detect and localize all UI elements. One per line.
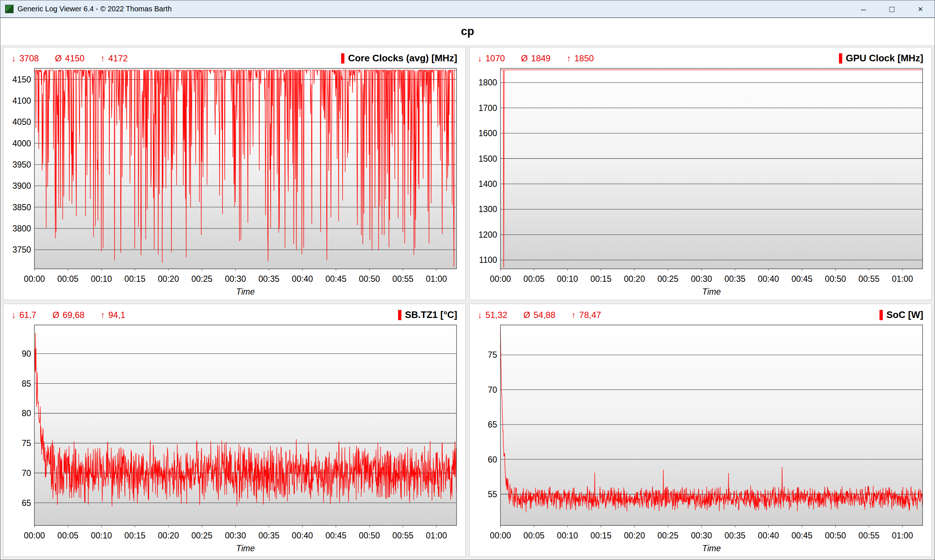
svg-text:Time: Time [236, 543, 255, 553]
svg-text:3950: 3950 [12, 160, 31, 169]
svg-text:1800: 1800 [479, 78, 497, 87]
chart-stats: ↓1070 Ø1849 ↑1850 [478, 53, 594, 63]
chart-title: Core Clocks (avg) [MHz] [348, 52, 457, 64]
svg-text:00:05: 00:05 [524, 531, 545, 540]
svg-text:01:00: 01:00 [892, 274, 913, 283]
close-button[interactable]: × [906, 0, 935, 17]
min-arrow-icon: ↓ [12, 53, 16, 63]
svg-text:00:05: 00:05 [524, 274, 545, 283]
stat-avg-value: 1849 [531, 53, 550, 63]
legend-color-bar [341, 53, 344, 63]
chart-gpu-clock[interactable]: 1100120013001400150016001700180000:0000:… [473, 65, 928, 299]
stat-avg: Ø4150 [55, 53, 85, 63]
svg-text:4150: 4150 [12, 75, 31, 84]
svg-text:3750: 3750 [12, 245, 31, 254]
stat-max-value: 78,47 [579, 310, 601, 320]
stat-min: ↓51,32 [478, 310, 507, 320]
svg-text:00:45: 00:45 [792, 274, 813, 283]
stat-min-value: 51,32 [485, 310, 507, 320]
chart-legend: Core Clocks (avg) [MHz] [341, 52, 457, 64]
stat-avg: Ø1849 [521, 53, 550, 63]
svg-text:00:20: 00:20 [158, 274, 179, 283]
svg-text:00:30: 00:30 [691, 274, 712, 283]
page-title: cp [461, 25, 474, 38]
chart-stats: ↓51,32 Ø54,88 ↑78,47 [478, 310, 601, 320]
svg-text:00:35: 00:35 [258, 531, 279, 540]
svg-text:00:40: 00:40 [758, 531, 779, 540]
max-arrow-icon: ↑ [571, 310, 576, 320]
chart-soc[interactable]: 556065707500:0000:0500:1000:1500:2000:25… [473, 322, 928, 555]
panel-head: ↓61,7 Ø69,68 ↑94,1 SB.TZ1 [°C] [7, 306, 462, 322]
svg-text:00:55: 00:55 [858, 531, 880, 540]
window-title: Generic Log Viewer 6.4 - © 2022 Thomas B… [17, 5, 172, 13]
svg-text:80: 80 [22, 409, 31, 418]
minimize-icon: – [861, 4, 866, 14]
maximize-icon: □ [889, 4, 895, 14]
chart-sb-tz1[interactable]: 65707580859000:0000:0500:1000:1500:2000:… [7, 322, 462, 555]
stat-avg: Ø69,68 [52, 310, 85, 320]
minimize-button[interactable]: – [849, 0, 878, 17]
svg-text:00:00: 00:00 [24, 531, 45, 540]
svg-text:00:45: 00:45 [325, 531, 347, 540]
legend-color-bar [880, 310, 883, 320]
svg-text:1700: 1700 [479, 103, 497, 113]
svg-text:00:50: 00:50 [359, 274, 380, 283]
svg-text:00:20: 00:20 [624, 274, 645, 283]
chart-core-clocks[interactable]: 37503800385039003950400040504100415000:0… [7, 65, 462, 299]
svg-text:00:45: 00:45 [792, 531, 813, 540]
chart-legend: GPU Clock [MHz] [839, 52, 923, 64]
svg-text:00:55: 00:55 [392, 274, 413, 283]
panel-head: ↓1070 Ø1849 ↑1850 GPU Clock [MHz] [473, 50, 928, 65]
svg-text:00:25: 00:25 [658, 531, 679, 540]
svg-text:1600: 1600 [479, 129, 497, 138]
svg-text:00:50: 00:50 [825, 531, 846, 540]
chart-panel-sb-tz1: ↓61,7 Ø69,68 ↑94,1 SB.TZ1 [°C] 657075808… [3, 304, 466, 557]
stat-min-value: 61,7 [19, 310, 37, 320]
svg-text:00:35: 00:35 [724, 274, 746, 283]
svg-text:01:00: 01:00 [892, 531, 913, 540]
svg-text:00:15: 00:15 [125, 531, 146, 540]
svg-text:70: 70 [22, 468, 31, 478]
stat-min-value: 3708 [19, 53, 39, 63]
panel-head: ↓3708 Ø4150 ↑4172 Core Clocks (avg) [MHz… [7, 50, 462, 65]
stat-max: ↑78,47 [571, 310, 601, 320]
chart-grid: ↓3708 Ø4150 ↑4172 Core Clocks (avg) [MHz… [0, 45, 935, 560]
svg-text:00:10: 00:10 [557, 274, 578, 283]
stat-min: ↓61,7 [12, 310, 37, 320]
svg-text:00:25: 00:25 [191, 531, 213, 540]
chart-panel-core-clocks: ↓3708 Ø4150 ↑4172 Core Clocks (avg) [MHz… [3, 47, 466, 300]
svg-text:00:35: 00:35 [258, 274, 279, 283]
svg-text:Time: Time [702, 543, 721, 553]
avg-symbol-icon: Ø [55, 53, 62, 63]
svg-text:00:45: 00:45 [325, 274, 347, 283]
maximize-button[interactable]: □ [878, 0, 906, 17]
svg-text:1300: 1300 [479, 205, 497, 214]
svg-text:3800: 3800 [12, 224, 31, 233]
svg-text:70: 70 [488, 385, 498, 395]
stat-max: ↑94,1 [100, 310, 125, 320]
svg-text:65: 65 [22, 498, 31, 508]
svg-text:55: 55 [488, 489, 498, 499]
chart-legend: SB.TZ1 [°C] [398, 309, 457, 320]
stat-min: ↓3708 [12, 53, 39, 63]
min-arrow-icon: ↓ [478, 310, 482, 320]
panel-head: ↓51,32 Ø54,88 ↑78,47 SoC [W] [473, 306, 928, 322]
stat-min-value: 1070 [485, 53, 505, 63]
chart-panel-soc: ↓51,32 Ø54,88 ↑78,47 SoC [W] 55606570750… [469, 304, 932, 557]
stat-max: ↑1850 [567, 53, 593, 63]
svg-text:00:30: 00:30 [225, 274, 246, 283]
svg-text:60: 60 [488, 454, 498, 464]
stat-avg-value: 4150 [65, 53, 85, 63]
svg-text:00:55: 00:55 [858, 274, 880, 283]
svg-text:00:10: 00:10 [557, 531, 578, 540]
min-arrow-icon: ↓ [478, 53, 482, 63]
svg-text:00:25: 00:25 [658, 274, 679, 283]
titlebar: Generic Log Viewer 6.4 - © 2022 Thomas B… [0, 0, 935, 18]
svg-text:00:15: 00:15 [591, 274, 612, 283]
svg-text:75: 75 [22, 438, 31, 448]
chart-stats: ↓61,7 Ø69,68 ↑94,1 [12, 310, 125, 320]
svg-text:1500: 1500 [479, 154, 497, 163]
svg-text:00:10: 00:10 [91, 531, 112, 540]
stat-avg: Ø54,88 [524, 310, 556, 320]
svg-text:3850: 3850 [12, 202, 31, 212]
